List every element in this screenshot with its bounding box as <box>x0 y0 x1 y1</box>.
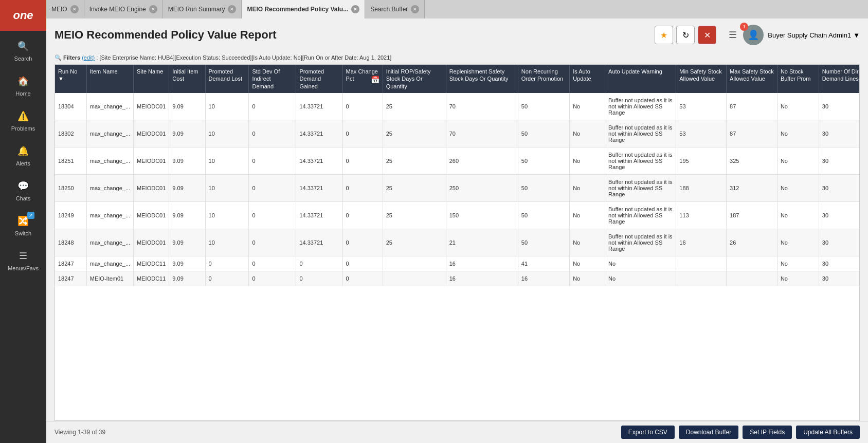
table-cell: No <box>570 147 605 174</box>
tab-search-buffer[interactable]: Search Buffer ✕ <box>365 0 425 19</box>
table-cell: 50 <box>518 93 569 120</box>
footer: Viewing 1-39 of 39 Export to CSV Downloa… <box>46 421 868 443</box>
problems-icon: ⚠️ <box>16 109 30 123</box>
filter-edit-link[interactable]: (edit) <box>82 54 95 61</box>
table-cell: 70 <box>446 93 518 120</box>
col-promoted-demand-lost[interactable]: Promoted Demand Lost <box>205 65 249 93</box>
switch-badge: ↗ <box>27 212 34 219</box>
sidebar-item-menus[interactable]: ☰ Menus/Favs <box>0 243 46 278</box>
tab-invoke-close[interactable]: ✕ <box>149 5 157 13</box>
table-cell: 18250 <box>55 174 86 201</box>
table-cell: 14.33721 <box>296 120 342 147</box>
table-cell <box>727 271 777 286</box>
table-cell: 30 <box>819 147 860 174</box>
col-auto-update-warning[interactable]: Auto Update Warning <box>605 65 676 93</box>
table-cell: 16 <box>676 229 727 256</box>
table-cell: 25 <box>383 174 446 201</box>
table-cell: 30 <box>819 93 860 120</box>
table-cell: 18249 <box>55 201 86 229</box>
app-logo[interactable]: one <box>0 0 46 31</box>
table-cell: 0 <box>342 271 383 286</box>
col-is-auto-update[interactable]: Is Auto Update <box>570 65 605 93</box>
table-cell: 30 <box>819 256 860 271</box>
table-cell: 10 <box>205 229 249 256</box>
table-cell: 26 <box>727 229 777 256</box>
refresh-button[interactable]: ↻ <box>676 26 695 44</box>
user-name-dropdown[interactable]: Buyer Supply Chain Admin1 ▼ <box>768 31 860 39</box>
col-run-no[interactable]: Run No ▼ <box>55 65 86 93</box>
table-cell: 325 <box>727 147 777 174</box>
table-cell: 0 <box>249 174 296 201</box>
tab-run-summary-label: MEIO Run Summary <box>168 6 225 13</box>
dropdown-arrow-icon: ▼ <box>853 31 860 39</box>
tab-run-summary-close[interactable]: ✕ <box>228 5 236 13</box>
col-std-dev-indirect-demand[interactable]: Std Dev Of Indirect Demand <box>249 65 296 93</box>
sidebar-item-problems[interactable]: ⚠️ Problems <box>0 103 46 138</box>
calendar-icon[interactable]: 📅 <box>371 75 379 84</box>
col-item-name[interactable]: Item Name <box>86 65 133 93</box>
table-cell: 14.33721 <box>296 229 342 256</box>
col-non-recurring[interactable]: Non Recurring Order Promotion <box>518 65 569 93</box>
col-no-stock-buffer[interactable]: No Stock Buffer Prom <box>777 65 819 93</box>
col-initial-item-cost[interactable]: Initial Item Cost <box>169 65 205 93</box>
tab-invoke[interactable]: Invoke MEIO Engine ✕ <box>84 0 163 19</box>
table-cell: 250 <box>446 174 518 201</box>
update-all-buffers-button[interactable]: Update All Buffers <box>796 426 860 439</box>
sidebar-item-alerts[interactable]: 🔔 Alerts <box>0 138 46 173</box>
table-row: 18248max_change_...MEIODC019.0910014.337… <box>55 229 860 256</box>
tab-policy-value-close[interactable]: ✕ <box>351 5 359 13</box>
sidebar-item-switch[interactable]: 🔀 ↗ Switch <box>0 208 46 243</box>
table-cell: 50 <box>518 174 569 201</box>
table-cell: 0 <box>342 256 383 271</box>
table-cell: 30 <box>819 229 860 256</box>
table-cell: No <box>605 256 676 271</box>
sidebar-item-search[interactable]: 🔍 Search <box>0 33 46 68</box>
table-wrapper[interactable]: Run No ▼ Item Name Site Name Initial Ite… <box>55 64 860 421</box>
table-cell: Buffer not updated as it is not within A… <box>605 147 676 174</box>
user-name: Buyer Supply Chain Admin1 <box>768 31 851 39</box>
col-site-name[interactable]: Site Name <box>134 65 169 93</box>
table-cell: 10 <box>205 93 249 120</box>
set-ip-fields-button[interactable]: Set IP Fields <box>743 426 792 439</box>
col-max-change-pct[interactable]: Max Change Pct 📅 <box>342 65 383 93</box>
menu-icon[interactable]: ☰ <box>729 29 737 41</box>
sidebar-label-menus: Menus/Favs <box>8 265 39 271</box>
col-initial-rop[interactable]: Initial ROP/Safety Stock Days Or Quantit… <box>383 65 446 93</box>
col-max-safety-stock[interactable]: Max Safety Stock Allowed Value <box>727 65 777 93</box>
table-cell: 25 <box>383 93 446 120</box>
table-cell: Buffer not updated as it is not within A… <box>605 93 676 120</box>
table-cell: 187 <box>727 201 777 229</box>
tab-policy-value[interactable]: MEIO Recommended Policy Valu... ✕ <box>242 0 365 19</box>
filter-icon: 🔍 <box>55 54 63 61</box>
close-button[interactable]: ✕ <box>698 26 716 44</box>
table-cell: 9.09 <box>169 229 205 256</box>
table-cell: 0 <box>249 120 296 147</box>
tab-meio[interactable]: MEIO ✕ <box>46 0 84 19</box>
col-promoted-demand-gained[interactable]: Promoted Demand Gained <box>296 65 342 93</box>
table-cell: 25 <box>383 120 446 147</box>
tab-run-summary[interactable]: MEIO Run Summary ✕ <box>163 0 242 19</box>
sidebar-item-home[interactable]: 🏠 Home <box>0 68 46 103</box>
col-replenishment-safety-stock[interactable]: Replenishment Safety Stock Days Or Quant… <box>446 65 518 93</box>
col-min-safety-stock[interactable]: Min Safety Stock Allowed Value <box>676 65 727 93</box>
star-button[interactable]: ★ <box>655 26 673 44</box>
sidebar-label-search: Search <box>14 56 32 62</box>
table-cell: 0 <box>249 93 296 120</box>
tab-invoke-label: Invoke MEIO Engine <box>89 6 146 13</box>
table-cell: max_change_... <box>86 147 133 174</box>
table-cell: 25 <box>383 147 446 174</box>
tab-search-buffer-close[interactable]: ✕ <box>411 5 419 13</box>
table-cell: 21 <box>446 229 518 256</box>
download-buffer-button[interactable]: Download Buffer <box>679 426 739 439</box>
table-cell: max_change_... <box>86 229 133 256</box>
col-number-direct-demand[interactable]: Number Of Direct Demand Lines <box>819 65 860 93</box>
table-cell <box>676 271 727 286</box>
table-cell: 18248 <box>55 229 86 256</box>
tab-meio-close[interactable]: ✕ <box>70 5 79 13</box>
table-cell: 0 <box>249 271 296 286</box>
table-cell <box>676 256 727 271</box>
export-csv-button[interactable]: Export to CSV <box>621 426 675 439</box>
table-cell: 14.33721 <box>296 174 342 201</box>
table-cell: 0 <box>249 256 296 271</box>
sidebar-item-chats[interactable]: 💬 Chats <box>0 173 46 208</box>
